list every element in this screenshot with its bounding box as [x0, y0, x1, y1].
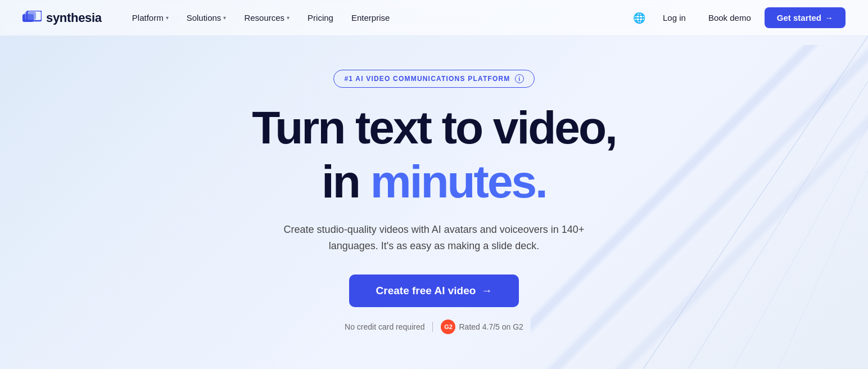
language-button[interactable]: 🌐 — [629, 8, 649, 28]
highlight-text: minutes. — [370, 156, 546, 207]
create-video-button[interactable]: Create free AI video → — [349, 274, 519, 307]
nav-item-solutions[interactable]: Solutions ▾ — [179, 8, 234, 27]
badge-text: #1 AI VIDEO COMMUNICATIONS PLATFORM — [344, 75, 510, 83]
chevron-down-icon: ▾ — [287, 15, 290, 21]
login-button[interactable]: Log in — [654, 8, 695, 27]
hero-title-line2: in minutes. — [322, 158, 546, 206]
nav-item-pricing[interactable]: Pricing — [300, 8, 341, 27]
logo[interactable]: synthesia — [22, 11, 102, 25]
nav-item-enterprise[interactable]: Enterprise — [343, 8, 397, 27]
book-demo-button[interactable]: Book demo — [699, 8, 760, 27]
nav-item-platform[interactable]: Platform ▾ — [124, 8, 177, 27]
hero-title-line1: Turn text to video, — [252, 104, 616, 152]
no-credit-card-text: No credit card required — [345, 322, 424, 331]
info-icon: i — [515, 74, 524, 83]
arrow-icon: → — [825, 13, 833, 22]
logo-text: synthesia — [46, 11, 102, 25]
navbar: synthesia Platform ▾ Solutions ▾ Resourc… — [0, 0, 868, 36]
nav-item-resources[interactable]: Resources ▾ — [236, 8, 297, 27]
nav-links: Platform ▾ Solutions ▾ Resources ▾ Prici… — [124, 8, 629, 27]
chevron-down-icon: ▾ — [166, 15, 169, 21]
g2-badge: G2 Rated 4.7/5 on G2 — [441, 320, 523, 334]
chevron-down-icon: ▾ — [223, 15, 226, 21]
cta-label: Create free AI video — [376, 285, 476, 297]
g2-logo: G2 — [441, 320, 455, 334]
nav-right: 🌐 Log in Book demo Get started → — [629, 7, 846, 28]
g2-rating-text: Rated 4.7/5 on G2 — [459, 322, 523, 331]
arrow-icon: → — [481, 285, 492, 297]
logo-icon — [22, 11, 42, 25]
badge: #1 AI VIDEO COMMUNICATIONS PLATFORM i — [333, 70, 534, 88]
hero-section: #1 AI VIDEO COMMUNICATIONS PLATFORM i Tu… — [0, 36, 868, 334]
get-started-button[interactable]: Get started → — [765, 7, 846, 28]
divider — [432, 322, 433, 332]
trust-row: No credit card required G2 Rated 4.7/5 o… — [345, 320, 523, 334]
hero-subtitle: Create studio-quality videos with AI ava… — [277, 222, 591, 254]
